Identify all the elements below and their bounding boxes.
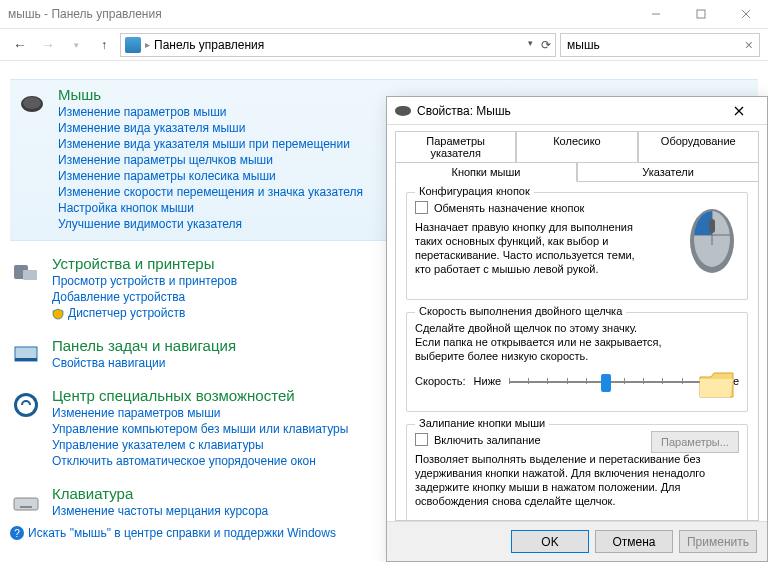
refresh-icon[interactable]: ⟳ xyxy=(541,38,551,52)
mouse-preview-icon xyxy=(685,201,739,277)
svg-rect-18 xyxy=(709,219,715,233)
search-box[interactable]: × xyxy=(560,33,760,57)
address-dropdown-icon[interactable]: ▾ xyxy=(528,38,533,52)
address-bar[interactable]: ▸ Панель управления ▾ ⟳ xyxy=(120,33,556,57)
tab-buttons[interactable]: Кнопки мыши xyxy=(395,162,577,182)
clicklock-params-button[interactable]: Параметры... xyxy=(651,431,739,453)
help-search-link[interactable]: ? Искать "мышь" в центре справки и подде… xyxy=(10,526,336,540)
clicklock-enable-label: Включить залипание xyxy=(434,434,541,446)
up-button[interactable]: ↑ xyxy=(92,33,116,57)
dblclick-desc: Сделайте двойной щелчок по этому значку.… xyxy=(415,321,665,363)
svg-rect-1 xyxy=(697,10,705,18)
tab-pointers[interactable]: Указатели xyxy=(577,162,759,182)
maximize-button[interactable] xyxy=(678,0,723,29)
ok-button[interactable]: OK xyxy=(511,530,589,553)
speed-label: Скорость: xyxy=(415,375,466,387)
mouse-category-icon xyxy=(16,88,48,120)
group-buttons-title: Конфигурация кнопок xyxy=(415,185,534,197)
dialog-title: Свойства: Мышь xyxy=(417,104,511,118)
folder-test-icon[interactable] xyxy=(697,367,737,403)
clear-search-icon[interactable]: × xyxy=(745,37,753,53)
svg-rect-9 xyxy=(15,358,37,361)
swap-buttons-label: Обменять назначение кнопок xyxy=(434,202,584,214)
mouse-properties-dialog: Свойства: Мышь Параметры указателя Колес… xyxy=(386,96,768,562)
svg-rect-7 xyxy=(23,270,37,280)
dblclick-speed-slider[interactable] xyxy=(509,371,701,391)
breadcrumb-sep-icon: ▸ xyxy=(145,39,150,50)
keyboard-category-icon xyxy=(10,487,42,519)
group-clicklock-title: Залипание кнопки мыши xyxy=(415,417,549,429)
search-input[interactable] xyxy=(567,38,739,52)
apply-button[interactable]: Применить xyxy=(679,530,757,553)
cancel-button[interactable]: Отмена xyxy=(595,530,673,553)
speed-low-label: Ниже xyxy=(474,375,502,387)
back-button[interactable]: ← xyxy=(8,33,32,57)
ease-category-icon xyxy=(10,389,42,421)
svg-rect-12 xyxy=(14,498,38,510)
svg-point-5 xyxy=(23,97,41,109)
help-icon: ? xyxy=(10,526,24,540)
dialog-mouse-icon xyxy=(395,106,411,116)
minimize-button[interactable] xyxy=(633,0,678,29)
group-dblclick-title: Скорость выполнения двойного щелчка xyxy=(415,305,626,317)
dialog-close-button[interactable] xyxy=(719,98,759,124)
clicklock-desc: Позволяет выполнять выделение и перетаск… xyxy=(415,452,739,508)
tab-hardware[interactable]: Оборудование xyxy=(638,131,759,163)
control-panel-icon xyxy=(125,37,141,53)
shield-icon xyxy=(52,308,64,320)
breadcrumb-text[interactable]: Панель управления xyxy=(154,38,264,52)
svg-rect-13 xyxy=(20,506,32,508)
checkbox-icon xyxy=(415,201,428,214)
forward-button[interactable]: → xyxy=(36,33,60,57)
tab-wheel[interactable]: Колесико xyxy=(516,131,637,163)
close-button[interactable] xyxy=(723,0,768,29)
tab-pointer-options[interactable]: Параметры указателя xyxy=(395,131,516,163)
devices-category-icon xyxy=(10,257,42,289)
window-title: мышь - Панель управления xyxy=(8,7,162,21)
taskbar-category-icon xyxy=(10,339,42,371)
swap-buttons-desc: Назначает правую кнопку для выполнения т… xyxy=(415,220,645,276)
recent-dropdown[interactable]: ▾ xyxy=(64,33,88,57)
checkbox-icon xyxy=(415,433,428,446)
svg-point-11 xyxy=(17,396,35,414)
